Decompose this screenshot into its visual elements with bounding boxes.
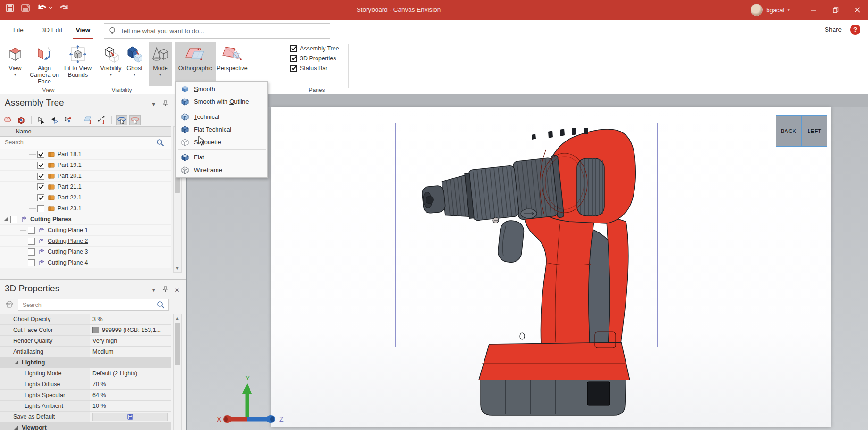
visibility-checkbox[interactable] [37,162,44,169]
property-row-lights-diffuse[interactable]: Lights Diffuse70 % [0,379,171,390]
tree-item[interactable]: Cutting Plane 1 [0,225,171,236]
collapse-icon[interactable] [14,361,18,364]
group-label-visibility: Visibility [97,87,146,93]
tree-item[interactable]: Part 22.1 [0,192,171,203]
visibility-checkbox[interactable] [28,227,35,234]
help-button[interactable]: ? [850,25,860,35]
perspective-button[interactable]: Perspective [217,42,247,72]
visibility-checkbox[interactable] [10,216,17,223]
ghost-button[interactable]: Ghost ▼ [125,42,144,77]
property-group-lighting[interactable]: Lighting [0,357,171,368]
menu-item-smooth[interactable]: Smooth [176,83,267,95]
checkbox-icon[interactable] [290,55,297,62]
pin-icon[interactable] [163,286,168,294]
checkbox-icon[interactable] [290,45,297,52]
orthographic-button[interactable]: Orthographic [175,42,216,86]
panel-close-icon[interactable]: ✕ [175,287,180,294]
cutting-plane-icon[interactable] [83,115,94,125]
menu-item-silhouette[interactable]: Silhouette [176,136,267,149]
scroll-up-icon[interactable]: ▲ [174,314,181,322]
property-row-lights-specular[interactable]: Lights Specular64 % [0,390,171,401]
view-face-button-left[interactable]: LEFT [801,115,827,147]
scroll-down-icon[interactable]: ▼ [174,265,181,272]
visibility-checkbox[interactable] [28,248,35,256]
drill-model[interactable] [404,122,640,423]
pane-checkbox-assembly-tree[interactable]: Assembly Tree [290,43,339,53]
pin-icon[interactable] [163,100,168,108]
property-row-lights-ambient[interactable]: Lights Ambient10 % [0,401,171,412]
collapse-icon[interactable] [14,426,18,430]
visibility-checkbox[interactable] [37,205,44,212]
property-row-ghost-opacity[interactable]: Ghost Opacity3 % [0,314,171,325]
tree-item[interactable]: Cutting Plane 2 [0,236,171,247]
align-camera-button[interactable]: Align Camera on Face [27,42,61,85]
checkbox-icon[interactable] [290,65,297,72]
show-hide-part-icon[interactable] [16,115,27,125]
user-account[interactable]: bgacal ▾ [751,4,790,16]
properties-search-input[interactable]: Search [18,299,169,311]
property-row-lighting-mode[interactable]: Lighting ModeDefault (2 Lights) [0,368,171,379]
play-sequence-icon[interactable] [62,115,74,125]
viewport-canvas[interactable]: BACKLEFT Y X Z [187,94,868,430]
minimize-button[interactable] [803,0,825,20]
tree-item[interactable]: Part 19.1 [0,160,171,171]
pane-checkbox-3d-properties[interactable]: 3D Properties [290,53,339,63]
tab-file[interactable]: File [8,20,29,41]
visibility-button[interactable]: Visibility ▼ [99,42,123,77]
tree-item[interactable]: Cutting Plane 4 [0,257,171,268]
tree-column-header[interactable]: Name [0,126,171,137]
rotate-select-alt-icon[interactable] [129,115,141,125]
visibility-checkbox[interactable] [28,259,35,266]
tree-item[interactable]: Part 18.1 [0,149,171,160]
tree-item[interactable]: Part 23.1 [0,203,171,214]
restore-button[interactable] [825,0,846,20]
menu-item-flat-technical[interactable]: Flat Technical [176,123,267,136]
play-back-icon[interactable] [49,115,60,125]
properties-filter-icon[interactable] [5,300,14,311]
tree-item[interactable]: Cutting Plane 3 [0,247,171,257]
expander-icon[interactable] [4,217,8,221]
property-row-render-quality[interactable]: Render QualityVery high [0,336,171,347]
visibility-checkbox[interactable] [37,151,44,158]
menu-item-smooth-with-outline[interactable]: Smooth with Outline [176,95,267,108]
visibility-caret-icon: ▼ [109,73,113,77]
plane-icon [39,260,45,266]
property-row-cut-face-color[interactable]: Cut Face Color999999 (RGB: 153,1... [0,325,171,336]
mode-button[interactable]: Mode ▼ [149,42,172,86]
tree-search-input[interactable]: Search [0,137,171,149]
menu-item-wireframe[interactable]: Wireframe [176,164,267,176]
visibility-checkbox[interactable] [37,173,44,180]
property-row-antialiasing[interactable]: AntialiasingMedium [0,347,171,357]
view-button[interactable]: View ▼ [4,42,26,77]
menu-item-flat[interactable]: Flat [176,151,267,164]
tree-item[interactable]: Part 20.1 [0,171,171,182]
property-row-save-as-default[interactable]: Save as Default [0,412,171,422]
section-line-icon[interactable] [96,115,107,125]
panel-menu-caret-icon[interactable]: ▼ [151,287,156,293]
menu-separator [178,149,266,150]
pane-checkbox-status-bar[interactable]: Status Bar [290,63,339,73]
visibility-checkbox[interactable] [37,183,44,190]
close-button[interactable] [846,0,868,20]
play-forward-icon[interactable] [36,115,47,125]
tell-me-search[interactable]: Tell me what you want to do... [104,23,330,39]
color-swatch[interactable] [92,327,99,333]
visibility-checkbox[interactable] [28,238,35,245]
tree-item[interactable]: Part 21.1 [0,182,171,192]
view-face-button-back[interactable]: BACK [776,115,801,147]
save-default-button[interactable] [92,413,168,421]
menu-item-technical[interactable]: Technical [176,110,267,123]
property-group-viewport[interactable]: Viewport [0,422,171,430]
rotate-select-icon[interactable] [116,115,127,125]
select-part-icon[interactable] [2,115,14,125]
tab-view[interactable]: View [72,20,94,41]
property-value: 70 % [92,381,106,388]
tree-item[interactable]: Cutting Planes [0,214,171,225]
tab-3d-edit[interactable]: 3D Edit [38,20,66,41]
share-button[interactable]: Share [825,26,842,33]
orientation-triad[interactable]: Y X Z [213,375,289,428]
fit-to-view-button[interactable]: Fit to View Bounds [62,42,93,78]
visibility-checkbox[interactable] [37,194,44,201]
panel-menu-caret-icon[interactable]: ▼ [151,101,156,107]
properties-scrollbar[interactable]: ▲ [173,314,182,430]
